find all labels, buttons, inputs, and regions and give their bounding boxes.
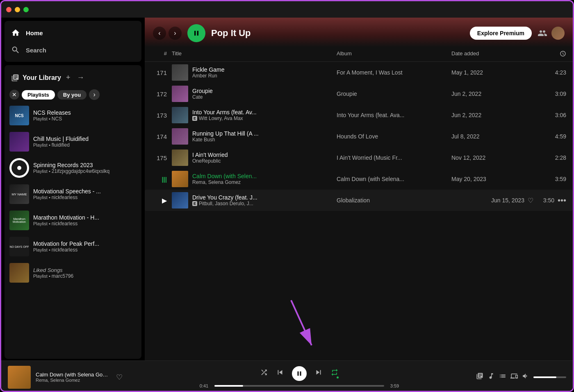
track-number: 172 — [151, 91, 172, 97]
table-row[interactable]: 174 Running Up That Hill (A ... Kate Bus… — [145, 126, 573, 147]
connect-devices-button[interactable] — [510, 372, 518, 382]
player-right — [476, 372, 566, 382]
library-section: Your Library + → ✕ Playlists By you › NC… — [5, 65, 141, 359]
playlist-thumbnail — [9, 132, 29, 152]
list-item[interactable]: MY NAME Motivational Speeches - ... Play… — [5, 181, 141, 207]
playlist-thumbnail: Marathon Motivation — [9, 211, 29, 230]
player-bar: Calm Down (with Selena Gomez) Rema, Sele… — [1, 360, 573, 392]
track-duration: 4:59 — [533, 133, 566, 140]
track-album: Globalization — [337, 197, 451, 204]
playlist-name: NCS Releases — [33, 109, 137, 116]
nav-arrows: ‹ › — [153, 27, 182, 40]
track-artist: Rema, Selena Gomez — [192, 179, 257, 185]
like-button[interactable]: ♡ — [116, 373, 123, 382]
list-item[interactable]: Liked Songs Playlist • marc5796 — [5, 260, 141, 286]
table-row[interactable]: 171 Fickle Game Amber Run For A Moment, … — [145, 62, 573, 83]
table-row[interactable]: 172 Groupie Cate Groupie Jun 2, 2022 3:0… — [145, 83, 573, 104]
sidebar-item-home[interactable]: Home — [5, 24, 141, 41]
col-album: Album — [337, 50, 451, 58]
track-text: Drive You Crazy (feat. J... E Pitbull, J… — [192, 194, 257, 206]
track-artist: E Witt Lowry, Ava Max — [192, 116, 257, 121]
track-artist: Amber Run — [192, 73, 225, 79]
friends-icon[interactable] — [538, 28, 547, 38]
track-date: May 20, 2023 — [451, 176, 533, 182]
volume-button[interactable] — [522, 372, 529, 382]
track-title: Into Your Arms (feat. Av... — [192, 109, 257, 116]
track-thumbnail — [172, 128, 188, 145]
track-info: Drive You Crazy (feat. J... E Pitbull, J… — [172, 192, 337, 208]
track-info: Running Up That Hill (A ... Kate Bush — [172, 128, 337, 145]
playlist-subtitle: Playlist • fluidified — [33, 142, 137, 148]
playlist-info: Chill Music | Fluidified Playlist • flui… — [33, 136, 137, 148]
track-album: Groupie — [337, 91, 451, 97]
sidebar-nav: Home Search — [5, 21, 141, 62]
lyrics-button[interactable] — [487, 372, 495, 382]
filter-clear-button[interactable]: ✕ — [9, 90, 19, 100]
library-icon — [11, 74, 19, 82]
maximize-button[interactable] — [23, 7, 29, 12]
playlist-title: Pop It Up — [211, 28, 464, 39]
track-info: Fickle Game Amber Run — [172, 64, 337, 81]
player-center: 0:41 3:59 — [123, 366, 476, 388]
library-add-button[interactable]: + — [64, 72, 72, 84]
track-number: 174 — [151, 133, 172, 140]
app-body: Home Search Your Library — [1, 18, 573, 360]
user-actions — [538, 27, 565, 40]
previous-button[interactable] — [276, 368, 285, 379]
table-row[interactable]: 173 Into Your Arms (feat. Av... E Witt L… — [145, 104, 573, 126]
heart-icon[interactable]: ♡ — [528, 197, 533, 204]
table-row[interactable]: ▶ Drive You Crazy (feat. J... E Pitbull,… — [145, 190, 573, 211]
explore-premium-button[interactable]: Explore Premium — [470, 27, 532, 40]
table-row[interactable]: 175 I Ain't Worried OneRepublic I Ain't … — [145, 147, 573, 168]
track-artist: Cate — [192, 94, 213, 100]
track-text: Into Your Arms (feat. Av... E Witt Lowry… — [192, 109, 257, 121]
filter-more-button[interactable]: › — [89, 89, 100, 100]
track-text: Calm Down (with Selen... Rema, Selena Go… — [192, 173, 257, 185]
playlist-thumbnail — [9, 263, 29, 283]
list-item[interactable]: NCS NCS Releases Playlist • NCS — [5, 102, 141, 129]
col-num: # — [151, 50, 172, 58]
track-artist: E Pitbull, Jason Derulo, J... — [192, 201, 257, 206]
now-playing-view-button[interactable] — [476, 372, 483, 382]
library-title: Your Library — [23, 74, 61, 82]
next-button[interactable] — [314, 368, 323, 379]
repeat-button[interactable] — [330, 368, 339, 378]
list-item[interactable]: Spinning Records 2023 Playlist • 21ifzjx… — [5, 155, 141, 181]
play-track-button[interactable]: ▶ — [162, 197, 167, 204]
playlist-thumbnail — [9, 158, 29, 178]
playlist-name: Chill Music | Fluidified — [33, 136, 137, 142]
avatar[interactable] — [551, 27, 565, 40]
list-item[interactable]: Marathon Motivation Marathon Motivation … — [5, 207, 141, 233]
volume-bar[interactable] — [533, 376, 566, 378]
now-playing-info: Calm Down (with Selena Gomez) Rema, Sele… — [36, 372, 111, 383]
library-actions: + → — [64, 72, 86, 84]
sidebar: Home Search Your Library — [1, 18, 145, 360]
minimize-button[interactable] — [15, 7, 20, 12]
progress-track[interactable] — [214, 385, 384, 387]
close-button[interactable] — [6, 7, 11, 12]
track-number: 171 — [151, 69, 172, 76]
playlist-thumbnail: NCS — [9, 106, 29, 125]
playlist-info: Motivational Speeches - ... Playlist • n… — [33, 188, 137, 200]
queue-button[interactable] — [499, 372, 506, 382]
play-pause-main-button[interactable] — [292, 366, 307, 381]
list-item[interactable]: NO DAYS OFF Motivation for Peak Perf... … — [5, 233, 141, 260]
filter-by-you-chip[interactable]: By you — [57, 90, 87, 100]
play-pause-button[interactable] — [187, 24, 205, 42]
playlist-name: Marathon Motivation - H... — [33, 214, 137, 221]
track-thumbnail — [172, 86, 188, 102]
track-text: Fickle Game Amber Run — [192, 66, 225, 79]
back-button[interactable]: ‹ — [153, 27, 166, 40]
playlist-name: Motivational Speeches - ... — [33, 188, 137, 195]
explicit-badge: E — [192, 201, 197, 206]
forward-button[interactable]: › — [169, 27, 182, 40]
track-title: Drive You Crazy (feat. J... — [192, 194, 257, 201]
filter-playlists-chip[interactable]: Playlists — [22, 90, 55, 100]
shuffle-button[interactable] — [260, 368, 268, 378]
sidebar-item-search[interactable]: Search — [5, 41, 141, 59]
library-expand-button[interactable]: → — [75, 72, 86, 84]
list-item[interactable]: Chill Music | Fluidified Playlist • flui… — [5, 129, 141, 155]
table-row[interactable]: ||| Calm Down (with Selen... Rema, Selen… — [145, 168, 573, 190]
more-options-icon[interactable]: ••• — [558, 196, 566, 205]
track-duration: 3:59 — [533, 176, 566, 182]
